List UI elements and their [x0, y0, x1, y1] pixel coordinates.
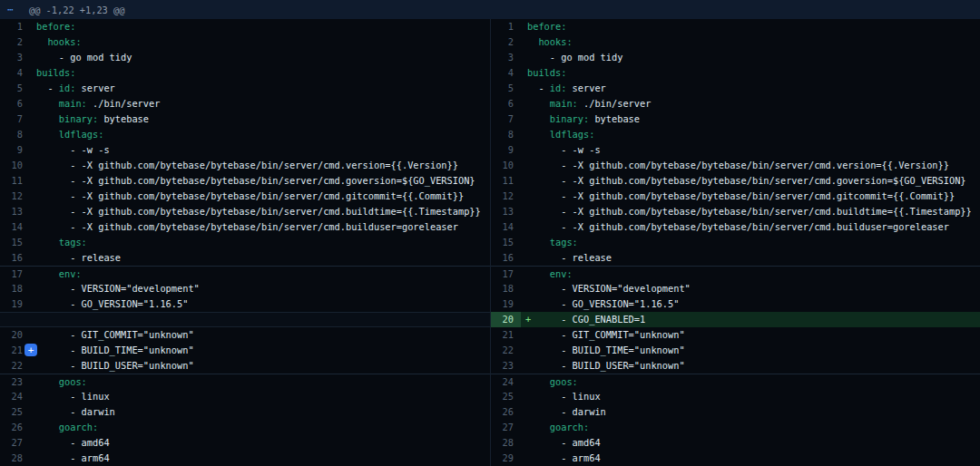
code-text: server	[566, 83, 605, 93]
line-number[interactable]: 18	[491, 281, 521, 296]
line-number[interactable]: 20	[491, 312, 521, 327]
diff-row: 17 env:	[0, 266, 490, 281]
line-number[interactable]: 8	[491, 127, 521, 142]
line-number[interactable]: 4	[0, 65, 30, 81]
line-number[interactable]: 16	[491, 250, 521, 266]
yaml-key: builds:	[527, 67, 566, 78]
line-number[interactable]: 9	[0, 142, 30, 158]
line-number[interactable]: 14	[491, 219, 521, 235]
line-number[interactable]: 26	[0, 420, 30, 435]
code-text: - VERSION="development"	[36, 283, 200, 294]
line-number[interactable]: 25	[0, 404, 30, 420]
code-text: bytebase	[589, 113, 640, 124]
expand-hunk-button[interactable]: ⋯	[0, 0, 25, 19]
line-number[interactable]: 19	[0, 296, 30, 312]
diff-row: 14 - -X github.com/bytebase/bytebase/bin…	[491, 219, 980, 235]
line-number[interactable]: 13	[491, 204, 521, 219]
line-number[interactable]: 2	[0, 34, 30, 50]
diff-row: 6 main: ./bin/server	[0, 96, 490, 112]
line-number[interactable]: 11	[0, 173, 30, 189]
line-number[interactable]: 10	[0, 158, 30, 173]
diff-row: 23 - BUILD_USER="unknown"	[491, 358, 980, 374]
code-line: before:	[30, 19, 490, 34]
line-number[interactable]: 29	[491, 451, 521, 466]
line-number[interactable]: 17	[491, 267, 521, 281]
line-number[interactable]: 22	[0, 358, 30, 374]
diff-row: 4builds:	[0, 65, 490, 81]
code-text: -	[36, 83, 59, 93]
line-number[interactable]: 5	[491, 81, 521, 96]
line-number[interactable]: 24	[491, 374, 521, 389]
code-text: - -w -s	[527, 144, 601, 155]
line-number[interactable]: 27	[491, 420, 521, 435]
yaml-key: main:	[59, 98, 87, 109]
line-number[interactable]: 16	[0, 250, 30, 266]
line-number[interactable]: 13	[0, 204, 30, 219]
diff-row: 18 - VERSION="development"	[0, 281, 490, 296]
line-number[interactable]: 27	[0, 435, 30, 451]
diff-row: 11 - -X github.com/bytebase/bytebase/bin…	[491, 173, 980, 189]
code-line: - GO_VERSION="1.16.5"	[30, 296, 490, 312]
line-number[interactable]: 5	[0, 81, 30, 96]
line-number[interactable]: 22	[491, 343, 521, 358]
line-number[interactable]: 23	[0, 374, 30, 389]
code-line: - amd64	[30, 435, 490, 451]
code-text: - BUILD_TIME="unknown"	[36, 345, 194, 355]
line-number[interactable]: 6	[491, 96, 521, 112]
yaml-key: goos:	[550, 376, 578, 387]
line-number[interactable]: 18	[0, 281, 30, 296]
line-number[interactable]: 3	[491, 50, 521, 65]
line-number[interactable]: 6	[0, 96, 30, 112]
code-text	[527, 129, 550, 140]
code-text: - release	[527, 252, 612, 263]
code-text: - go mod tidy	[36, 52, 132, 63]
diff-row: 1before:	[0, 19, 490, 34]
line-number[interactable]: 7	[491, 112, 521, 127]
diff-row: 26 - darwin	[491, 404, 980, 420]
diff-row: 8 ldflags:	[0, 127, 490, 142]
line-number[interactable]: 14	[0, 219, 30, 235]
line-number[interactable]: 12	[491, 189, 521, 204]
code-text	[527, 98, 550, 109]
line-number[interactable]: 17	[0, 267, 30, 281]
line-number[interactable]: 4	[491, 65, 521, 81]
code-line: - BUILD_TIME="unknown"	[30, 343, 490, 358]
code-text: - -X github.com/bytebase/bytebase/bin/se…	[527, 160, 949, 170]
line-number[interactable]: 3	[0, 50, 30, 65]
yaml-key: before:	[527, 21, 566, 32]
code-text: - -X github.com/bytebase/bytebase/bin/se…	[36, 175, 475, 186]
line-number[interactable]: 20	[0, 327, 30, 343]
line-number[interactable]: 15	[491, 235, 521, 250]
line-number[interactable]: 7	[0, 112, 30, 127]
line-number[interactable]: 28	[0, 451, 30, 466]
code-line: - -w -s	[521, 142, 980, 158]
line-number[interactable]: 1	[491, 19, 521, 34]
line-number[interactable]: 10	[491, 158, 521, 173]
code-text: - CGO_ENABLED=1	[527, 314, 645, 325]
line-number[interactable]: 8	[0, 127, 30, 142]
line-number[interactable]: 11	[491, 173, 521, 189]
line-number[interactable]: 1	[0, 19, 30, 34]
code-text	[36, 376, 59, 387]
diff-row: 13 - -X github.com/bytebase/bytebase/bin…	[491, 204, 980, 219]
diff-row: 2 hooks:	[491, 34, 980, 50]
code-line: goarch:	[30, 420, 490, 435]
line-number[interactable]: 23	[491, 358, 521, 374]
add-comment-button[interactable]: +	[24, 344, 37, 356]
line-number[interactable]: 15	[0, 235, 30, 250]
line-number[interactable]: 21	[491, 327, 521, 343]
line-number[interactable]: 2	[491, 34, 521, 50]
line-number[interactable]: 12	[0, 189, 30, 204]
line-number[interactable]: 9	[491, 142, 521, 158]
line-number[interactable]: 26	[491, 404, 521, 420]
line-number[interactable]: 28	[491, 435, 521, 451]
line-number[interactable]: 19	[491, 296, 521, 312]
code-text	[36, 36, 47, 47]
code-text: - -X github.com/bytebase/bytebase/bin/se…	[36, 206, 481, 217]
code-line: builds:	[521, 65, 980, 81]
code-line: - GIT_COMMIT="unknown"	[30, 327, 490, 343]
line-number[interactable]: 24	[0, 389, 30, 404]
line-number[interactable]: 25	[491, 389, 521, 404]
code-line: env:	[30, 267, 490, 281]
code-line	[30, 313, 490, 326]
